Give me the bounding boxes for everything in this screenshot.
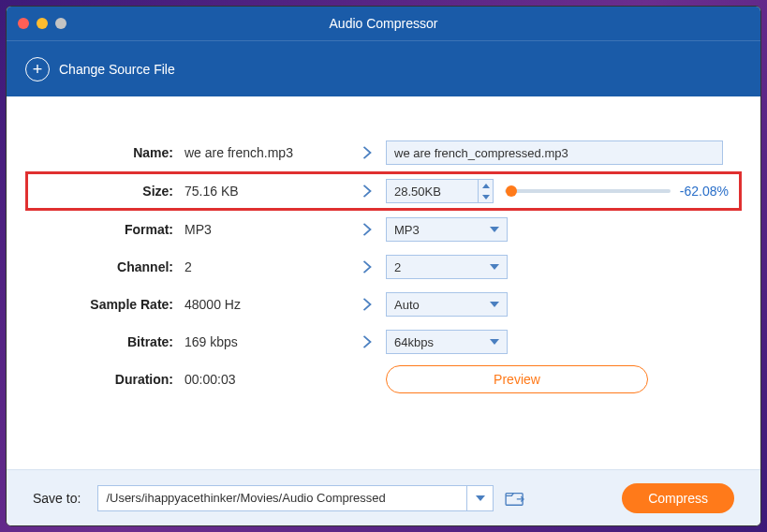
channel-select[interactable]: 2 <box>386 255 508 279</box>
target-size-value: 28.50KB <box>387 180 478 202</box>
format-select[interactable]: MP3 <box>386 217 508 242</box>
preview-button[interactable]: Preview <box>386 365 648 393</box>
label-channel: Channel: <box>35 259 184 274</box>
content-area: Name: we are french.mp3 Size: 75.16 KB 2… <box>7 96 760 407</box>
target-name-input[interactable] <box>386 140 723 165</box>
channel-select-value: 2 <box>394 260 401 274</box>
row-duration: Duration: 00:00:03 Preview <box>35 361 732 398</box>
bitrate-select[interactable]: 64kbps <box>386 330 508 354</box>
row-bitrate: Bitrate: 169 kbps 64kbps <box>35 323 732 361</box>
titlebar: Audio Compressor <box>7 7 760 40</box>
row-sample-rate: Sample Rate: 48000 Hz Auto <box>35 286 732 323</box>
arrow-icon <box>348 260 386 273</box>
format-select-value: MP3 <box>394 223 420 237</box>
arrow-icon <box>348 185 386 198</box>
source-format: MP3 <box>184 222 348 237</box>
source-sample-rate: 48000 Hz <box>184 297 348 312</box>
size-percent: -62.08% <box>680 184 729 199</box>
label-size: Size: <box>35 184 184 199</box>
label-sample-rate: Sample Rate: <box>35 297 184 312</box>
app-window: Audio Compressor + Change Source File Na… <box>6 6 761 526</box>
row-size: Size: 75.16 KB 28.50KB -62.08% <box>25 171 742 211</box>
stepper-up-button[interactable] <box>479 180 493 191</box>
label-format: Format: <box>35 222 184 237</box>
chevron-down-icon <box>476 495 485 501</box>
source-bitrate: 169 kbps <box>184 334 348 349</box>
save-path-input[interactable]: /Users/ihappyacethinker/Movies/Audio Com… <box>97 485 467 511</box>
minimize-window-button[interactable] <box>37 18 48 29</box>
target-size-stepper[interactable]: 28.50KB <box>386 179 494 203</box>
toolbar: + Change Source File <box>7 40 760 96</box>
change-source-label: Change Source File <box>59 62 175 77</box>
chevron-down-icon <box>490 302 499 307</box>
stepper-down-button[interactable] <box>479 191 493 202</box>
arrow-icon <box>348 298 386 311</box>
compress-button[interactable]: Compress <box>622 483 734 513</box>
window-title: Audio Compressor <box>7 16 760 31</box>
source-channel: 2 <box>184 259 348 274</box>
maximize-window-button[interactable] <box>55 18 66 29</box>
source-name: we are french.mp3 <box>184 145 348 160</box>
source-size: 75.16 KB <box>184 184 348 199</box>
save-path-dropdown[interactable] <box>467 485 494 511</box>
row-name: Name: we are french.mp3 <box>35 134 732 171</box>
label-name: Name: <box>35 145 184 160</box>
window-controls <box>18 18 66 29</box>
change-source-button[interactable]: + Change Source File <box>25 57 175 81</box>
size-slider-wrap: -62.08% <box>505 184 732 199</box>
plus-icon: + <box>25 57 50 81</box>
source-duration: 00:00:03 <box>184 372 348 387</box>
label-duration: Duration: <box>35 372 184 387</box>
arrow-icon <box>348 223 386 236</box>
label-bitrate: Bitrate: <box>35 334 184 349</box>
size-slider[interactable] <box>505 189 671 193</box>
chevron-down-icon <box>490 339 499 345</box>
open-folder-icon[interactable] <box>505 490 525 507</box>
sample-rate-select[interactable]: Auto <box>386 292 508 317</box>
arrow-icon <box>348 146 386 159</box>
footer: Save to: /Users/ihappyacethinker/Movies/… <box>7 469 760 525</box>
sample-rate-select-value: Auto <box>394 298 420 312</box>
row-format: Format: MP3 MP3 <box>35 211 732 248</box>
chevron-down-icon <box>490 227 499 232</box>
slider-thumb[interactable] <box>506 185 517 197</box>
close-window-button[interactable] <box>18 18 29 29</box>
row-channel: Channel: 2 2 <box>35 248 732 286</box>
bitrate-select-value: 64kbps <box>394 335 434 349</box>
arrow-icon <box>348 335 386 348</box>
chevron-down-icon <box>490 264 499 270</box>
save-path-value: /Users/ihappyacethinker/Movies/Audio Com… <box>106 491 385 505</box>
save-to-label: Save to: <box>33 491 81 506</box>
